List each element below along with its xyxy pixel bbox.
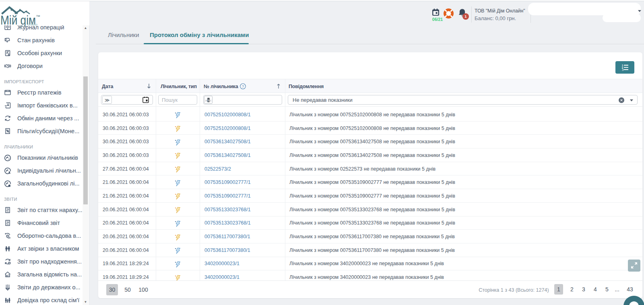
svg-text:a: a bbox=[205, 99, 207, 102]
svg-text:b: b bbox=[208, 99, 210, 102]
svg-text:c: c bbox=[210, 99, 212, 102]
svg-text:™: ™ bbox=[36, 14, 40, 19]
svg-text:online: online bbox=[27, 22, 37, 27]
svg-text:?: ? bbox=[242, 84, 244, 89]
